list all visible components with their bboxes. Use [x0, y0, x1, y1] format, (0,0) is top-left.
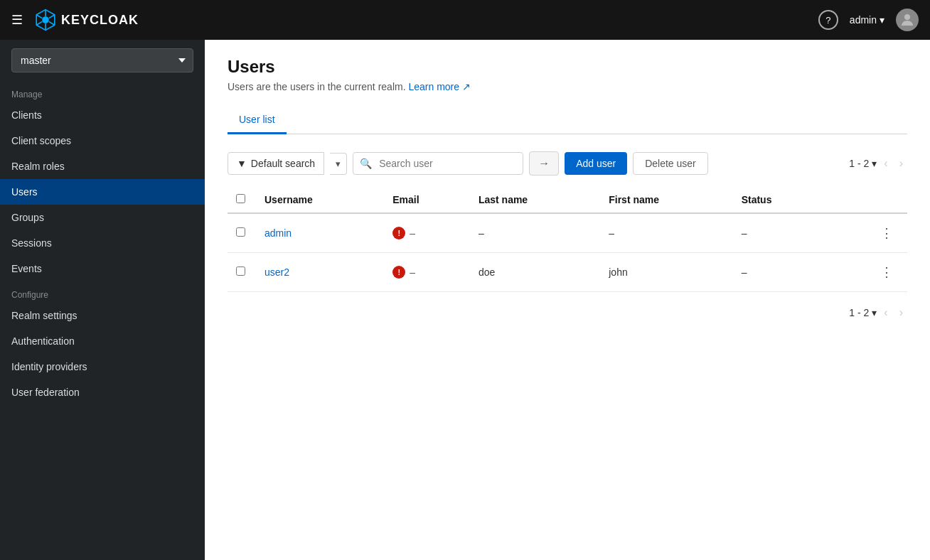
subtitle-text: Users are the users in the current realm…: [228, 81, 406, 92]
sidebar-item-events[interactable]: Events: [0, 256, 205, 281]
sidebar-item-groups-label: Groups: [11, 212, 44, 223]
page-title: Users: [228, 57, 907, 77]
sidebar-item-events-label: Events: [11, 263, 42, 274]
sidebar: master Manage Clients Client scopes Real…: [0, 40, 205, 560]
sidebar-item-realm-roles-label: Realm roles: [11, 161, 65, 172]
col-actions: [826, 187, 907, 213]
username-label: admin: [850, 14, 877, 26]
external-link-icon: ↗: [462, 81, 471, 92]
username-link-user2[interactable]: user2: [264, 266, 289, 278]
row-checkbox-cell: [228, 253, 256, 292]
actions-cell-user2: ⋮: [826, 253, 907, 292]
search-input-wrap: 🔍: [353, 152, 523, 175]
sidebar-item-identity-providers-label: Identity providers: [11, 361, 87, 372]
row-checkbox-user2[interactable]: [236, 266, 245, 276]
col-username: Username: [256, 187, 384, 213]
page-subtitle: Users are the users in the current realm…: [228, 81, 907, 92]
sidebar-item-realm-roles[interactable]: Realm roles: [0, 154, 205, 179]
pagination-caret-icon: ▾: [872, 158, 877, 169]
sidebar-item-realm-settings[interactable]: Realm settings: [0, 303, 205, 328]
pagination-info: 1 - 2 ▾ ‹ ›: [849, 154, 907, 173]
user-dropdown-icon: ▾: [880, 14, 884, 26]
help-button[interactable]: ?: [818, 10, 838, 30]
email-warning-icon-admin: !: [392, 227, 405, 239]
hamburger-button[interactable]: ☰: [11, 12, 23, 28]
user-menu[interactable]: admin ▾: [850, 14, 884, 26]
manage-section-label: Manage: [0, 81, 205, 102]
table-header-row: Username Email Last name First name Stat…: [228, 187, 907, 213]
navbar: ☰ KEYCLOAK ? admin ▾: [0, 0, 930, 40]
sidebar-item-groups[interactable]: Groups: [0, 205, 205, 230]
svg-line-4: [49, 15, 55, 18]
kebab-menu-button-user2[interactable]: ⋮: [875, 262, 899, 283]
actions-cell-admin: ⋮: [826, 213, 907, 253]
email-warning-icon-user2: !: [392, 266, 405, 279]
sidebar-item-authentication-label: Authentication: [11, 335, 75, 347]
users-table: Username Email Last name First name Stat…: [228, 187, 907, 292]
search-input[interactable]: [353, 152, 523, 175]
default-search-button[interactable]: ▼ Default search: [228, 152, 324, 175]
username-link-admin[interactable]: admin: [264, 227, 292, 239]
table-row: admin ! – – – – ⋮: [228, 213, 907, 253]
status-cell-admin: –: [733, 213, 826, 253]
col-firstname: First name: [600, 187, 732, 213]
sidebar-item-clients[interactable]: Clients: [0, 102, 205, 128]
sidebar-item-sessions-label: Sessions: [11, 237, 52, 249]
firstname-cell-user2: john: [600, 253, 732, 292]
avatar[interactable]: [896, 9, 919, 31]
toolbar: ▼ Default search ▾ 🔍 → Add user Delete u…: [228, 151, 907, 176]
email-value-admin: –: [410, 227, 415, 239]
caret-icon: ▾: [336, 158, 341, 169]
pagination-bottom: 1 - 2 ▾ ‹ ›: [228, 303, 907, 322]
sidebar-item-users-label: Users: [11, 186, 38, 198]
pagination-label: 1 - 2: [849, 158, 869, 169]
brand: KEYCLOAK: [34, 9, 818, 31]
main-layout: master Manage Clients Client scopes Real…: [0, 40, 930, 560]
go-icon: →: [538, 157, 550, 169]
pagination-bottom-label: 1 - 2: [849, 307, 869, 318]
svg-point-1: [42, 16, 49, 23]
prev-page-bottom-button[interactable]: ‹: [880, 303, 892, 322]
email-value-user2: –: [410, 266, 415, 278]
search-icon: 🔍: [360, 158, 372, 169]
select-all-checkbox[interactable]: [236, 194, 245, 203]
sidebar-item-sessions[interactable]: Sessions: [0, 230, 205, 256]
email-cell-admin: ! –: [384, 213, 470, 253]
realm-selector[interactable]: master: [11, 48, 193, 72]
svg-line-7: [49, 21, 55, 25]
search-filter-caret-button[interactable]: ▾: [330, 153, 347, 175]
row-checkbox-cell: [228, 213, 256, 253]
sidebar-item-user-federation-label: User federation: [11, 387, 80, 398]
svg-line-5: [36, 21, 42, 25]
search-go-button[interactable]: →: [529, 151, 559, 176]
row-checkbox-admin[interactable]: [236, 227, 245, 237]
filter-icon: ▼: [237, 158, 247, 169]
sidebar-item-user-federation[interactable]: User federation: [0, 379, 205, 405]
sidebar-item-client-scopes-label: Client scopes: [11, 135, 71, 146]
sidebar-item-client-scopes[interactable]: Client scopes: [0, 128, 205, 154]
sidebar-item-identity-providers[interactable]: Identity providers: [0, 354, 205, 379]
sidebar-item-realm-settings-label: Realm settings: [11, 310, 78, 321]
avatar-icon: [899, 11, 916, 28]
realm-dropdown[interactable]: master: [11, 48, 193, 72]
add-user-button[interactable]: Add user: [565, 152, 627, 175]
username-cell-admin: admin: [256, 213, 384, 253]
kebab-menu-button-admin[interactable]: ⋮: [875, 222, 899, 244]
sidebar-item-clients-label: Clients: [11, 109, 42, 121]
keycloak-logo-icon: [34, 9, 57, 31]
tabs: User list: [228, 107, 907, 134]
next-page-bottom-button[interactable]: ›: [895, 303, 907, 322]
col-lastname: Last name: [470, 187, 600, 213]
learn-more-link[interactable]: Learn more ↗: [408, 81, 471, 92]
tab-user-list[interactable]: User list: [228, 107, 287, 134]
sidebar-item-authentication[interactable]: Authentication: [0, 328, 205, 354]
delete-user-button[interactable]: Delete user: [633, 152, 708, 175]
sidebar-item-users[interactable]: Users: [0, 179, 205, 205]
table-row: user2 ! – doe john – ⋮: [228, 253, 907, 292]
next-page-button[interactable]: ›: [895, 154, 907, 173]
col-status: Status: [733, 187, 826, 213]
select-all-header: [228, 187, 256, 213]
prev-page-button[interactable]: ‹: [880, 154, 892, 173]
navbar-right: ? admin ▾: [818, 9, 919, 31]
svg-point-8: [904, 14, 910, 20]
